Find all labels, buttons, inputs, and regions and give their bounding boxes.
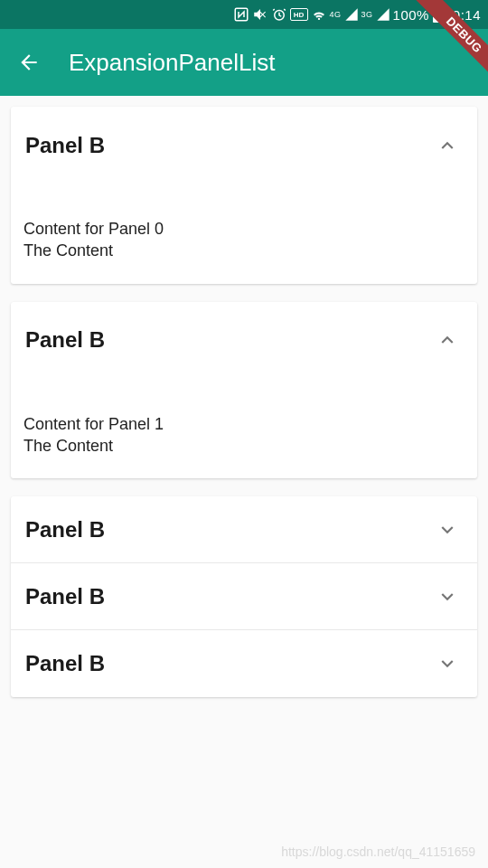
content-line: The Content — [23, 240, 465, 261]
content-line: Content for Panel 1 — [23, 413, 465, 435]
panel-header[interactable]: Panel B — [11, 496, 477, 563]
expansion-panel-1: Panel B Content for Panel 1 The Content — [11, 302, 477, 479]
signal-icon-2 — [376, 7, 390, 22]
hd-icon: HD — [290, 8, 308, 21]
battery-percent: 100% — [393, 7, 429, 23]
back-arrow-icon — [17, 51, 41, 74]
content-line: The Content — [23, 435, 465, 457]
panel-header[interactable]: Panel B — [11, 630, 477, 697]
panel-header[interactable]: Panel B — [11, 107, 477, 184]
status-bar: HD 4G 3G 100% 00:14 — [0, 0, 488, 29]
wifi-icon — [311, 6, 327, 23]
watermark: https://blog.csdn.net/qq_41151659 — [281, 844, 475, 859]
mute-icon — [252, 6, 268, 23]
chevron-down-icon[interactable] — [436, 652, 459, 675]
network-3g-label: 3G — [361, 10, 373, 19]
panel-content: Content for Panel 1 The Content — [11, 379, 477, 479]
panel-title: Panel B — [25, 517, 105, 542]
panel-title: Panel B — [25, 133, 105, 158]
panel-title: Panel B — [25, 584, 105, 609]
signal-icon-1 — [344, 7, 359, 22]
chevron-up-icon[interactable] — [436, 134, 459, 157]
chevron-up-icon[interactable] — [436, 328, 459, 352]
nfc-icon — [233, 6, 249, 23]
network-4g-label: 4G — [330, 10, 342, 19]
expansion-panel-0: Panel B Content for Panel 0 The Content — [11, 107, 477, 284]
content-line: Content for Panel 0 — [23, 218, 465, 240]
panel-list: Panel B Content for Panel 0 The Content … — [0, 96, 488, 708]
panel-title: Panel B — [25, 651, 105, 676]
chevron-down-icon[interactable] — [436, 585, 459, 609]
alarm-icon — [271, 6, 287, 23]
panel-title: Panel B — [25, 327, 105, 353]
panel-header[interactable]: Panel B — [11, 302, 477, 379]
panel-content: Content for Panel 0 The Content — [11, 184, 477, 284]
expansion-panel-group-collapsed: Panel B Panel B Panel B — [11, 496, 477, 697]
panel-header[interactable]: Panel B — [11, 563, 477, 630]
app-bar: ExpansionPanelList — [0, 29, 488, 96]
chevron-down-icon[interactable] — [436, 518, 459, 542]
back-button[interactable] — [16, 50, 42, 75]
page-title: ExpansionPanelList — [69, 49, 275, 77]
